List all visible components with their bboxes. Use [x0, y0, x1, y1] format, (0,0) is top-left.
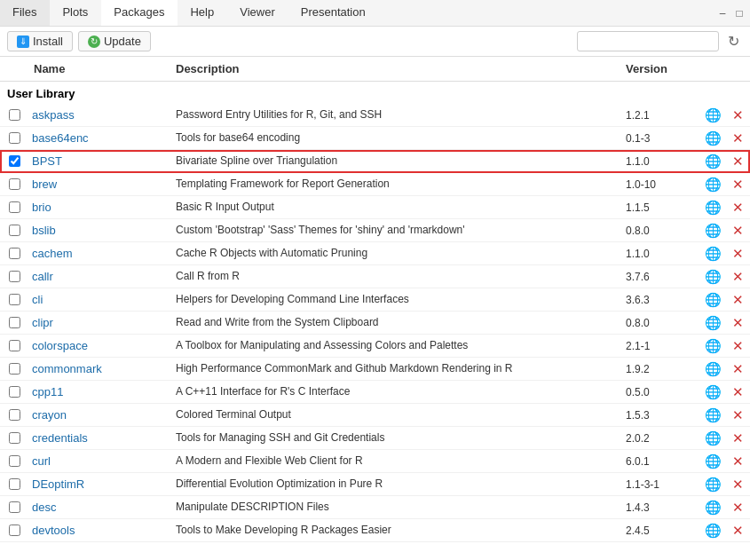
pkg-delete-button[interactable]: ✕ [725, 107, 750, 123]
pkg-web-button[interactable]: 🌐 [700, 407, 725, 423]
pkg-name-link[interactable]: crayon [28, 408, 70, 422]
pkg-name[interactable]: base64enc [28, 131, 170, 145]
update-button[interactable]: ↻ Update [78, 31, 151, 51]
pkg-name[interactable]: desc [28, 501, 170, 514]
pkg-name-link[interactable]: cachem [28, 247, 76, 260]
pkg-name-link[interactable]: curl [28, 454, 54, 468]
pkg-name[interactable]: BPST [28, 154, 170, 168]
checkbox-input[interactable] [9, 525, 20, 536]
checkbox-input[interactable] [9, 294, 20, 305]
pkg-checkbox-deoptimr[interactable] [0, 478, 28, 490]
pkg-web-button[interactable]: 🌐 [700, 107, 725, 123]
pkg-web-button[interactable]: 🌐 [700, 338, 725, 354]
pkg-web-button[interactable]: 🌐 [700, 177, 725, 193]
pkg-name[interactable]: credentials [28, 431, 170, 445]
pkg-web-button[interactable]: 🌐 [700, 269, 725, 285]
maximize-button[interactable]: □ [732, 6, 746, 20]
install-button[interactable]: ⇓ Install [7, 31, 73, 51]
checkbox-input[interactable] [9, 409, 20, 421]
pkg-web-button[interactable]: 🌐 [700, 430, 725, 446]
pkg-name-link[interactable]: devtools [28, 524, 78, 537]
pkg-name-link[interactable]: clipr [28, 316, 57, 329]
pkg-name[interactable]: brio [28, 201, 170, 214]
pkg-checkbox-credentials[interactable] [0, 432, 28, 444]
pkg-web-button[interactable]: 🌐 [700, 361, 725, 377]
pkg-delete-button[interactable]: ✕ [725, 454, 750, 469]
pkg-delete-button[interactable]: ✕ [725, 361, 750, 377]
pkg-checkbox-brew[interactable] [0, 178, 28, 190]
pkg-delete-button[interactable]: ✕ [725, 130, 750, 146]
pkg-name[interactable]: callr [28, 270, 170, 283]
pkg-name[interactable]: crayon [28, 408, 170, 422]
pkg-checkbox-brio[interactable] [0, 201, 28, 213]
pkg-web-button[interactable]: 🌐 [700, 454, 725, 469]
checkbox-input[interactable] [9, 178, 20, 190]
pkg-name-link[interactable]: BPST [28, 154, 66, 168]
pkg-delete-button[interactable]: ✕ [725, 407, 750, 423]
checkbox-input[interactable] [9, 248, 20, 259]
pkg-checkbox-clipr[interactable] [0, 317, 28, 328]
pkg-name[interactable]: curl [28, 454, 170, 468]
pkg-delete-button[interactable]: ✕ [725, 292, 750, 308]
pkg-checkbox-cpp11[interactable] [0, 386, 28, 398]
pkg-name-link[interactable]: callr [28, 270, 57, 283]
pkg-name-link[interactable]: cpp11 [28, 385, 67, 398]
pkg-web-button[interactable]: 🌐 [700, 477, 725, 493]
pkg-delete-button[interactable]: ✕ [725, 223, 750, 239]
pkg-name-link[interactable]: brio [28, 201, 55, 214]
pkg-delete-button[interactable]: ✕ [725, 477, 750, 493]
checkbox-input[interactable] [9, 109, 20, 121]
pkg-name-link[interactable]: desc [28, 501, 59, 514]
pkg-checkbox-callr[interactable] [0, 271, 28, 282]
pkg-web-button[interactable]: 🌐 [700, 154, 725, 170]
checkbox-input[interactable] [9, 363, 20, 375]
pkg-name-link[interactable]: colorspace [28, 339, 91, 352]
pkg-checkbox-cachem[interactable] [0, 248, 28, 259]
checkbox-input[interactable] [9, 225, 20, 236]
pkg-name[interactable]: DEoptimR [28, 477, 170, 491]
pkg-delete-button[interactable]: ✕ [725, 500, 750, 516]
checkbox-input[interactable] [9, 501, 20, 513]
checkbox-input[interactable] [9, 478, 20, 490]
pkg-delete-button[interactable]: ✕ [725, 200, 750, 216]
pkg-name-link[interactable]: cli [28, 293, 46, 306]
pkg-checkbox-base64enc[interactable] [0, 132, 28, 144]
pkg-name[interactable]: devtools [28, 524, 170, 537]
pkg-name-link[interactable]: commonmark [28, 362, 106, 375]
pkg-checkbox-curl[interactable] [0, 455, 28, 467]
pkg-name[interactable]: askpass [28, 108, 170, 122]
pkg-checkbox-cli[interactable] [0, 294, 28, 305]
search-input[interactable] [577, 31, 719, 51]
pkg-delete-button[interactable]: ✕ [725, 246, 750, 262]
pkg-web-button[interactable]: 🌐 [700, 246, 725, 262]
pkg-delete-button[interactable]: ✕ [725, 177, 750, 193]
pkg-name[interactable]: cachem [28, 247, 170, 260]
checkbox-input[interactable] [9, 201, 20, 213]
pkg-checkbox-desc[interactable] [0, 501, 28, 513]
nav-tab-files[interactable]: Files [0, 0, 50, 26]
pkg-checkbox-commonmark[interactable] [0, 363, 28, 375]
pkg-name[interactable]: bslib [28, 224, 170, 237]
pkg-name[interactable]: brew [28, 177, 170, 191]
pkg-web-button[interactable]: 🌐 [700, 130, 725, 146]
pkg-name[interactable]: commonmark [28, 362, 170, 375]
pkg-delete-button[interactable]: ✕ [725, 315, 750, 331]
nav-tab-help[interactable]: Help [178, 0, 227, 26]
checkbox-input[interactable] [9, 317, 20, 328]
pkg-delete-button[interactable]: ✕ [725, 430, 750, 446]
pkg-checkbox-devtools[interactable] [0, 525, 28, 536]
pkg-web-button[interactable]: 🌐 [700, 292, 725, 308]
pkg-checkbox-bpst[interactable] [0, 155, 28, 167]
pkg-checkbox-askpass[interactable] [0, 109, 28, 121]
pkg-web-button[interactable]: 🌐 [700, 223, 725, 239]
pkg-delete-button[interactable]: ✕ [725, 384, 750, 400]
nav-tab-plots[interactable]: Plots [50, 0, 101, 26]
checkbox-input[interactable] [9, 340, 20, 351]
pkg-name[interactable]: cli [28, 293, 170, 306]
pkg-name-link[interactable]: askpass [28, 108, 78, 122]
pkg-delete-button[interactable]: ✕ [725, 269, 750, 285]
nav-tab-viewer[interactable]: Viewer [227, 0, 288, 26]
nav-tab-presentation[interactable]: Presentation [288, 0, 379, 26]
pkg-checkbox-crayon[interactable] [0, 409, 28, 421]
refresh-button[interactable]: ↻ [724, 31, 743, 51]
